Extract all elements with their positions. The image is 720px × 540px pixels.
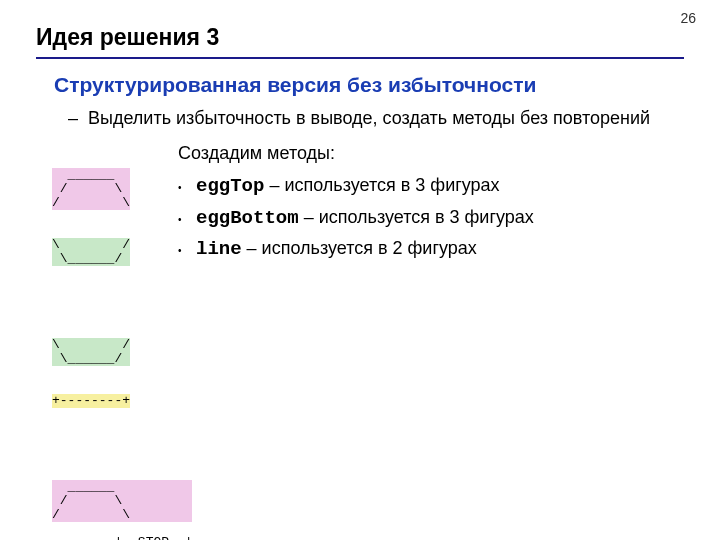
method-name: eggBottom	[196, 207, 299, 229]
methods-block: Создадим методы: • eggTop – используется…	[178, 140, 534, 266]
bullet-text: Выделить избыточность в выводе, создать …	[88, 107, 650, 130]
title-rule	[36, 57, 684, 59]
figures-column: ______ / \ / \ \ / \______/ \ / \______/…	[52, 140, 160, 540]
method-name: eggTop	[196, 175, 264, 197]
dash-icon: –	[68, 107, 88, 130]
bullet-redundancy: – Выделить избыточность в выводе, создат…	[68, 107, 684, 130]
method-eggtop: • eggTop – используется в 3 фигурах	[178, 172, 534, 201]
subtitle: Структурированная версия без избыточност…	[54, 73, 684, 97]
egg-top: ______ / \ / \	[52, 168, 130, 210]
bullet-icon: •	[178, 238, 196, 260]
bullet-icon: •	[178, 175, 196, 197]
methods-intro: Создадим методы:	[178, 140, 534, 168]
egg-bottom: \ / \______/	[52, 238, 130, 266]
method-desc: – используется в 3 фигурах	[299, 207, 534, 227]
figure-egg: ______ / \ / \ \ / \______/	[52, 140, 130, 294]
method-eggbottom: • eggBottom – используется в 3 фигурах	[178, 204, 534, 233]
teacup-line: +--------+	[52, 394, 130, 408]
figure-stop: ______ / \ / \ | STOP | \ / \______/	[52, 452, 192, 540]
page-number: 26	[680, 10, 696, 26]
method-name: line	[196, 238, 242, 260]
method-desc: – используется в 2 фигурах	[242, 238, 477, 258]
figure-teacup: \ / \______/ +--------+	[52, 310, 130, 436]
page-title: Идея решения 3	[36, 24, 684, 51]
stop-top: ______ / \ / \	[52, 480, 192, 522]
bullet-icon: •	[178, 207, 196, 229]
stop-label: | STOP |	[114, 535, 192, 540]
method-desc: – используется в 3 фигурах	[264, 175, 499, 195]
method-line: • line – используется в 2 фигурах	[178, 235, 534, 264]
teacup-top: \ / \______/	[52, 338, 130, 366]
slide-content: Идея решения 3 Структурированная версия …	[0, 0, 720, 540]
